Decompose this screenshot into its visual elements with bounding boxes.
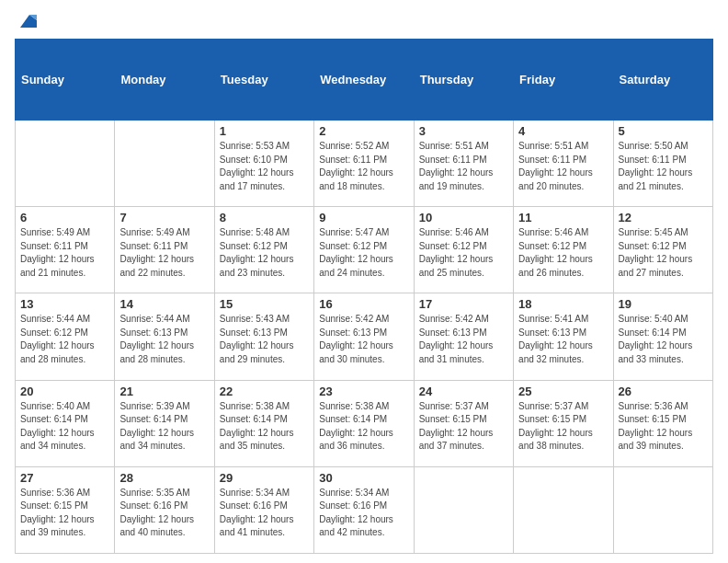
day-info: Sunrise: 5:38 AM Sunset: 6:14 PM Dayligh…: [220, 400, 309, 454]
day-number: 23: [319, 385, 408, 398]
header: [15, 11, 713, 31]
day-info: Sunrise: 5:42 AM Sunset: 6:13 PM Dayligh…: [319, 313, 408, 366]
calendar-cell: 2Sunrise: 5:52 AM Sunset: 6:11 PM Daylig…: [314, 121, 414, 207]
day-info: Sunrise: 5:37 AM Sunset: 6:15 PM Dayligh…: [419, 400, 508, 454]
calendar-cell: 14Sunrise: 5:44 AM Sunset: 6:13 PM Dayli…: [115, 293, 214, 380]
day-info: Sunrise: 5:40 AM Sunset: 6:14 PM Dayligh…: [20, 400, 109, 454]
col-header-thursday: Thursday: [414, 40, 513, 121]
calendar-cell: 13Sunrise: 5:44 AM Sunset: 6:12 PM Dayli…: [16, 293, 115, 380]
day-info: Sunrise: 5:50 AM Sunset: 6:11 PM Dayligh…: [619, 140, 708, 193]
calendar-cell: 28Sunrise: 5:35 AM Sunset: 6:16 PM Dayli…: [115, 466, 214, 553]
col-header-wednesday: Wednesday: [314, 40, 414, 121]
day-info: Sunrise: 5:48 AM Sunset: 6:12 PM Dayligh…: [220, 226, 309, 280]
calendar-week-row: 13Sunrise: 5:44 AM Sunset: 6:12 PM Dayli…: [16, 293, 713, 380]
day-info: Sunrise: 5:44 AM Sunset: 6:13 PM Dayligh…: [119, 313, 209, 366]
calendar-cell: 20Sunrise: 5:40 AM Sunset: 6:14 PM Dayli…: [16, 380, 115, 466]
calendar-cell: 10Sunrise: 5:46 AM Sunset: 6:12 PM Dayli…: [414, 207, 513, 293]
calendar-cell: 1Sunrise: 5:53 AM Sunset: 6:10 PM Daylig…: [214, 121, 313, 207]
calendar-cell: 9Sunrise: 5:47 AM Sunset: 6:12 PM Daylig…: [314, 207, 414, 293]
day-info: Sunrise: 5:34 AM Sunset: 6:16 PM Dayligh…: [220, 487, 309, 540]
calendar-cell: 3Sunrise: 5:51 AM Sunset: 6:11 PM Daylig…: [414, 121, 513, 207]
calendar-cell: 5Sunrise: 5:50 AM Sunset: 6:11 PM Daylig…: [613, 121, 712, 207]
calendar-week-row: 20Sunrise: 5:40 AM Sunset: 6:14 PM Dayli…: [16, 380, 713, 466]
day-number: 20: [20, 385, 109, 398]
day-info: Sunrise: 5:49 AM Sunset: 6:11 PM Dayligh…: [119, 226, 209, 280]
day-info: Sunrise: 5:40 AM Sunset: 6:14 PM Dayligh…: [619, 313, 708, 366]
calendar-cell: [613, 466, 712, 553]
day-number: 24: [419, 385, 508, 398]
logo: [15, 11, 37, 31]
day-info: Sunrise: 5:34 AM Sunset: 6:16 PM Dayligh…: [319, 487, 408, 540]
calendar-cell: 29Sunrise: 5:34 AM Sunset: 6:16 PM Dayli…: [214, 466, 313, 553]
calendar-week-row: 6Sunrise: 5:49 AM Sunset: 6:11 PM Daylig…: [16, 207, 713, 293]
day-number: 25: [518, 385, 608, 398]
day-number: 12: [619, 211, 708, 224]
day-info: Sunrise: 5:39 AM Sunset: 6:14 PM Dayligh…: [119, 400, 209, 454]
day-info: Sunrise: 5:46 AM Sunset: 6:12 PM Dayligh…: [518, 226, 608, 280]
calendar-cell: 17Sunrise: 5:42 AM Sunset: 6:13 PM Dayli…: [414, 293, 513, 380]
calendar-cell: 18Sunrise: 5:41 AM Sunset: 6:13 PM Dayli…: [514, 293, 613, 380]
day-info: Sunrise: 5:44 AM Sunset: 6:12 PM Dayligh…: [20, 313, 109, 366]
day-number: 3: [419, 124, 508, 138]
day-info: Sunrise: 5:47 AM Sunset: 6:12 PM Dayligh…: [319, 226, 408, 280]
day-number: 18: [518, 297, 608, 311]
day-number: 22: [220, 385, 309, 398]
day-number: 7: [119, 211, 209, 224]
day-number: 19: [619, 297, 708, 311]
calendar-cell: 16Sunrise: 5:42 AM Sunset: 6:13 PM Dayli…: [314, 293, 414, 380]
day-number: 14: [119, 297, 209, 311]
day-number: 15: [220, 297, 309, 311]
calendar-cell: 7Sunrise: 5:49 AM Sunset: 6:11 PM Daylig…: [115, 207, 214, 293]
calendar-cell: 8Sunrise: 5:48 AM Sunset: 6:12 PM Daylig…: [214, 207, 313, 293]
day-number: 27: [20, 471, 109, 485]
day-info: Sunrise: 5:45 AM Sunset: 6:12 PM Dayligh…: [619, 226, 708, 280]
day-number: 1: [220, 124, 309, 138]
calendar-cell: 22Sunrise: 5:38 AM Sunset: 6:14 PM Dayli…: [214, 380, 313, 466]
calendar-week-row: 27Sunrise: 5:36 AM Sunset: 6:15 PM Dayli…: [16, 466, 713, 553]
col-header-saturday: Saturday: [613, 40, 712, 121]
col-header-sunday: Sunday: [16, 40, 115, 121]
day-number: 29: [220, 471, 309, 485]
day-info: Sunrise: 5:36 AM Sunset: 6:15 PM Dayligh…: [20, 487, 109, 540]
calendar-cell: 6Sunrise: 5:49 AM Sunset: 6:11 PM Daylig…: [16, 207, 115, 293]
day-info: Sunrise: 5:42 AM Sunset: 6:13 PM Dayligh…: [419, 313, 508, 366]
calendar-cell: 15Sunrise: 5:43 AM Sunset: 6:13 PM Dayli…: [214, 293, 313, 380]
day-info: Sunrise: 5:52 AM Sunset: 6:11 PM Dayligh…: [319, 140, 408, 193]
day-number: 5: [619, 124, 708, 138]
day-number: 21: [119, 385, 209, 398]
day-info: Sunrise: 5:35 AM Sunset: 6:16 PM Dayligh…: [119, 487, 209, 540]
day-info: Sunrise: 5:38 AM Sunset: 6:14 PM Dayligh…: [319, 400, 408, 454]
col-header-tuesday: Tuesday: [214, 40, 313, 121]
day-number: 16: [319, 297, 408, 311]
day-number: 13: [20, 297, 109, 311]
calendar-table: SundayMondayTuesdayWednesdayThursdayFrid…: [15, 39, 713, 554]
calendar-cell: 4Sunrise: 5:51 AM Sunset: 6:11 PM Daylig…: [514, 121, 613, 207]
day-info: Sunrise: 5:49 AM Sunset: 6:11 PM Dayligh…: [20, 226, 109, 280]
day-info: Sunrise: 5:53 AM Sunset: 6:10 PM Dayligh…: [220, 140, 309, 193]
calendar-cell: 26Sunrise: 5:36 AM Sunset: 6:15 PM Dayli…: [613, 380, 712, 466]
calendar-cell: 19Sunrise: 5:40 AM Sunset: 6:14 PM Dayli…: [613, 293, 712, 380]
calendar-cell: 11Sunrise: 5:46 AM Sunset: 6:12 PM Dayli…: [514, 207, 613, 293]
calendar-cell: 12Sunrise: 5:45 AM Sunset: 6:12 PM Dayli…: [613, 207, 712, 293]
day-number: 8: [220, 211, 309, 224]
day-info: Sunrise: 5:51 AM Sunset: 6:11 PM Dayligh…: [419, 140, 508, 193]
day-number: 17: [419, 297, 508, 311]
day-number: 30: [319, 471, 408, 485]
calendar-header-row: SundayMondayTuesdayWednesdayThursdayFrid…: [16, 40, 713, 121]
day-info: Sunrise: 5:46 AM Sunset: 6:12 PM Dayligh…: [419, 226, 508, 280]
day-info: Sunrise: 5:36 AM Sunset: 6:15 PM Dayligh…: [619, 400, 708, 454]
calendar-cell: 25Sunrise: 5:37 AM Sunset: 6:15 PM Dayli…: [514, 380, 613, 466]
day-info: Sunrise: 5:37 AM Sunset: 6:15 PM Dayligh…: [518, 400, 608, 454]
col-header-friday: Friday: [514, 40, 613, 121]
calendar-cell: 21Sunrise: 5:39 AM Sunset: 6:14 PM Dayli…: [115, 380, 214, 466]
calendar-cell: 23Sunrise: 5:38 AM Sunset: 6:14 PM Dayli…: [314, 380, 414, 466]
page: SundayMondayTuesdayWednesdayThursdayFrid…: [0, 0, 728, 563]
calendar-cell: [115, 121, 214, 207]
calendar-week-row: 1Sunrise: 5:53 AM Sunset: 6:10 PM Daylig…: [16, 121, 713, 207]
calendar-cell: 27Sunrise: 5:36 AM Sunset: 6:15 PM Dayli…: [16, 466, 115, 553]
logo-icon: [17, 11, 37, 31]
col-header-monday: Monday: [115, 40, 214, 121]
day-number: 6: [20, 211, 109, 224]
day-number: 11: [518, 211, 608, 224]
calendar-cell: [414, 466, 513, 553]
